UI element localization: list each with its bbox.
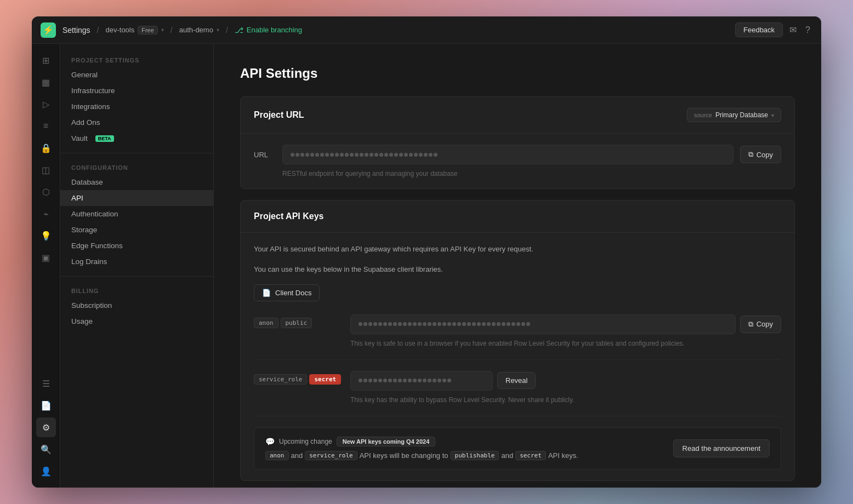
project-url-body: URL ⧉ (241, 134, 794, 188)
app-window: ⚡ Settings / dev-tools Free ▾ / auth-dem… (32, 16, 821, 488)
secret-tag: secret (309, 374, 341, 385)
service-role-key-masked (350, 371, 493, 391)
url-masked-value (282, 145, 733, 164)
nav-realtime-icon[interactable]: ⬡ (36, 182, 56, 202)
app-logo[interactable]: ⚡ (41, 22, 56, 38)
org-name: auth-demo (179, 26, 213, 34)
source-badge[interactable]: source Primary Database ▾ (687, 108, 781, 122)
anon-key-masked (350, 314, 736, 334)
read-announcement-button[interactable]: Read the announcement (673, 439, 770, 457)
url-description: RESTful endpoint for querying and managi… (282, 170, 781, 177)
announcement-header: 💬 Upcoming change New API keys coming Q4… (265, 437, 578, 446)
project-chevron-icon: ▾ (161, 27, 164, 33)
anon-key-value-area: ⧉ Copy This key is safe to use in a brow… (350, 314, 781, 348)
api-keys-desc-line1: Your API is secured behind an API gatewa… (254, 244, 781, 255)
announcement-text: anon and service_role API keys will be c… (265, 451, 578, 460)
source-chevron-icon: ▾ (771, 112, 774, 118)
nav-function-icon[interactable]: ⌁ (36, 204, 56, 224)
sep2: / (170, 26, 173, 35)
service-role-reveal-button[interactable]: Reveal (497, 372, 536, 389)
nav-logs-icon[interactable]: ≡ (36, 116, 56, 136)
main-layout: ⊞ ▦ ▷ ≡ 🔒 ◫ ⬡ ⌁ 💡 ▣ ☰ 📄 ⚙ 🔍 👤 PROJECT SE… (32, 44, 821, 488)
source-label: source (694, 112, 712, 118)
breadcrumb-project[interactable]: dev-tools Free ▾ (105, 26, 163, 35)
anon-key-input-row: ⧉ Copy (350, 314, 781, 334)
announcement-icon: 💬 (265, 437, 275, 446)
nav-table-icon[interactable]: ▦ (36, 72, 56, 92)
nav-terminal-icon[interactable]: ▷ (36, 94, 56, 114)
project-url-header: Project URL source Primary Database ▾ (241, 97, 794, 134)
ann-publishable-tag: publishable (451, 451, 499, 460)
topbar: ⚡ Settings / dev-tools Free ▾ / auth-dem… (32, 16, 821, 44)
api-keys-desc-line2: You can use the keys below in the Supaba… (254, 264, 781, 276)
sidebar-item-general[interactable]: General (60, 67, 213, 83)
nav-search-icon[interactable]: 🔍 (36, 439, 56, 459)
source-value: Primary Database (715, 111, 768, 119)
nav-home-icon[interactable]: ⊞ (36, 50, 56, 70)
api-keys-header: Project API Keys (241, 201, 794, 233)
anon-key-copy-button[interactable]: ⧉ Copy (740, 316, 781, 333)
org-chevron-icon: ▾ (217, 27, 219, 33)
url-copy-button[interactable]: ⧉ Copy (740, 146, 781, 163)
service-role-key-row: service_role secret (254, 371, 781, 416)
breadcrumb-org[interactable]: auth-demo ▾ (179, 26, 219, 34)
url-label: URL (254, 151, 276, 159)
api-keys-card: Project API Keys Your API is secured beh… (240, 200, 795, 481)
copy-icon: ⧉ (748, 150, 753, 159)
vault-beta-badge: BETA (95, 135, 114, 142)
nav-lock-icon[interactable]: 🔒 (36, 138, 56, 158)
service-role-key-tags: service_role secret (254, 371, 342, 385)
nav-ai-icon[interactable]: 💡 (36, 226, 56, 245)
configuration-section: CONFIGURATION (60, 160, 213, 174)
nav-list-icon[interactable]: ☰ (36, 374, 56, 393)
api-keys-body: Your API is secured behind an API gatewa… (241, 233, 794, 480)
sidebar-item-usage[interactable]: Usage (60, 313, 213, 329)
nav-profile-icon[interactable]: 👤 (36, 461, 56, 481)
sidebar-item-log-drains[interactable]: Log Drains (60, 254, 213, 270)
sidebar-item-vault[interactable]: Vault BETA (60, 130, 213, 146)
sidebar-item-database[interactable]: Database (60, 174, 213, 190)
client-docs-button[interactable]: 📄 Client Docs (254, 284, 320, 301)
sidebar-item-infrastructure[interactable]: Infrastructure (60, 83, 213, 99)
sidebar-item-authentication[interactable]: Authentication (60, 206, 213, 222)
project-url-title: Project URL (254, 110, 304, 120)
project-url-card: Project URL source Primary Database ▾ UR… (240, 96, 795, 189)
enable-branching-button[interactable]: ⎇ Enable branching (235, 26, 302, 35)
page-title: API Settings (240, 66, 795, 81)
sidebar-item-integrations[interactable]: Integrations (60, 99, 213, 114)
nav-storage-icon[interactable]: ◫ (36, 160, 56, 180)
sidebar-nav: PROJECT SETTINGS General Infrastructure … (60, 44, 214, 488)
sidebar-item-addons[interactable]: Add Ons (60, 114, 213, 130)
announcement-banner: 💬 Upcoming change New API keys coming Q4… (254, 427, 781, 469)
service-role-key-description: This key has the ability to bypass Row L… (350, 395, 781, 405)
ann-service-role-tag: service_role (305, 451, 357, 460)
anon-copy-icon: ⧉ (748, 320, 753, 329)
mask-dots (291, 153, 437, 157)
sidebar-item-edge-functions[interactable]: Edge Functions (60, 238, 213, 254)
sep3: / (226, 26, 228, 35)
sidebar-item-storage[interactable]: Storage (60, 222, 213, 238)
sidebar-icons: ⊞ ▦ ▷ ≡ 🔒 ◫ ⬡ ⌁ 💡 ▣ ☰ 📄 ⚙ 🔍 👤 (32, 44, 60, 488)
sidebar-item-subscription[interactable]: Subscription (60, 297, 213, 313)
feedback-button[interactable]: Feedback (735, 22, 783, 37)
branch-icon: ⎇ (235, 26, 243, 35)
service-role-key-value-area: Reveal This key has the ability to bypas… (350, 371, 781, 405)
upcoming-label: Upcoming change (279, 438, 332, 445)
nav-settings-icon[interactable]: ⚙ (36, 417, 56, 437)
topbar-title: Settings (62, 26, 90, 35)
docs-icon: 📄 (262, 289, 271, 297)
service-role-key-input-row: Reveal (350, 371, 781, 391)
new-api-keys-badge: New API keys coming Q4 2024 (337, 437, 436, 446)
anon-key-row: anon public (254, 314, 781, 360)
mail-icon[interactable]: ✉ (787, 22, 799, 37)
project-name: dev-tools (105, 26, 134, 34)
public-tag: public (281, 318, 312, 328)
project-settings-section: PROJECT SETTINGS (60, 53, 213, 67)
nav-reports-icon[interactable]: ▣ (36, 248, 56, 267)
sidebar-item-api[interactable]: API (60, 190, 213, 206)
service-role-tag: service_role (254, 374, 307, 385)
announcement-left: 💬 Upcoming change New API keys coming Q4… (265, 437, 578, 460)
nav-document-icon[interactable]: 📄 (36, 396, 56, 415)
help-icon[interactable]: ? (803, 23, 812, 37)
topbar-right: Feedback ✉ ? (735, 22, 812, 37)
